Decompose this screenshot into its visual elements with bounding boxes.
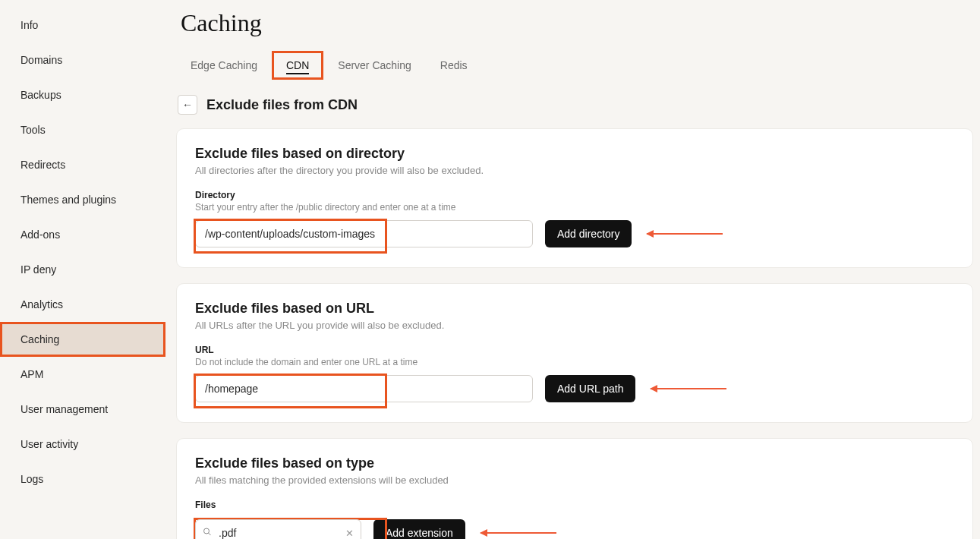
files-input[interactable] [195,519,361,539]
main-content: Caching Edge Caching CDN Server Caching … [165,0,980,539]
sidebar-item-tools[interactable]: Tools [0,112,165,147]
tab-server-caching[interactable]: Server Caching [323,51,426,80]
sidebar-item-themes[interactable]: Themes and plugins [0,182,165,217]
add-extension-button[interactable]: Add extension [373,519,465,539]
sidebar-item-redirects[interactable]: Redirects [0,147,165,182]
annotation-arrow [647,233,723,235]
add-directory-button[interactable]: Add directory [545,220,632,247]
card-title: Exclude files based on URL [195,301,954,317]
card-exclude-directory: Exclude files based on directory All dir… [176,128,973,268]
sidebar-item-apm[interactable]: APM [0,357,165,392]
url-label: URL [195,345,954,355]
page-title: Caching [181,9,973,37]
directory-hint: Start your entry after the /public direc… [195,202,954,213]
sidebar-item-addons[interactable]: Add-ons [0,217,165,252]
add-url-button[interactable]: Add URL path [545,375,635,402]
clear-icon[interactable]: ✕ [345,528,354,539]
subheader: ← Exclude files from CDN [178,95,973,115]
back-button[interactable]: ← [178,95,197,115]
tabs: Edge Caching CDN Server Caching Redis [176,51,973,80]
sidebar-item-analytics[interactable]: Analytics [0,287,165,322]
card-exclude-type: Exclude files based on type All files ma… [176,438,973,539]
sidebar-item-info[interactable]: Info [0,8,165,43]
tab-redis[interactable]: Redis [426,51,482,80]
sidebar-item-useractivity[interactable]: User activity [0,427,165,462]
url-hint: Do not include the domain and enter one … [195,357,954,367]
sidebar-item-ipdeny[interactable]: IP deny [0,252,165,287]
url-input[interactable] [195,375,533,402]
card-exclude-url: Exclude files based on URL All URLs afte… [176,283,973,423]
sidebar-item-usermgmt[interactable]: User management [0,392,165,427]
card-title: Exclude files based on directory [195,146,954,162]
card-desc: All files matching the provided extensio… [195,474,954,486]
tab-cdn[interactable]: CDN [272,51,323,80]
sidebar-item-caching[interactable]: Caching [0,322,165,357]
sidebar-item-backups[interactable]: Backups [0,77,165,112]
subheader-title: Exclude files from CDN [206,97,358,113]
directory-input[interactable] [195,220,533,247]
annotation-arrow [481,532,556,534]
tab-edge-caching[interactable]: Edge Caching [176,51,272,80]
sidebar-item-logs[interactable]: Logs [0,462,165,496]
card-desc: All directories after the directory you … [195,165,954,176]
annotation-arrow [651,388,726,389]
card-title: Exclude files based on type [195,455,954,471]
sidebar-item-domains[interactable]: Domains [0,43,165,77]
card-desc: All URLs after the URL you provide will … [195,320,954,331]
arrow-left-icon: ← [182,99,193,111]
files-label: Files [195,500,954,510]
sidebar: Info Domains Backups Tools Redirects The… [0,0,165,539]
directory-label: Directory [195,190,954,200]
